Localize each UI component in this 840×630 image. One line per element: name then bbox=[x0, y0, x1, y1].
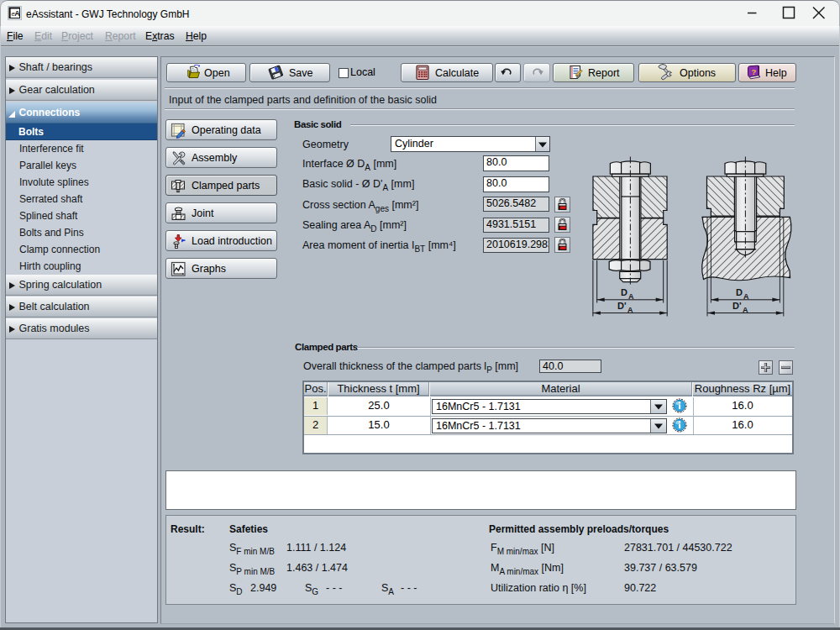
svg-text:A: A bbox=[743, 292, 749, 301]
svg-text:A: A bbox=[628, 292, 634, 301]
svg-text:?: ? bbox=[752, 67, 757, 76]
svg-text:D: D bbox=[736, 287, 743, 297]
svg-text:D: D bbox=[621, 287, 627, 297]
svg-text:A: A bbox=[14, 9, 20, 18]
svg-text:A: A bbox=[627, 306, 633, 314]
svg-text:A: A bbox=[743, 306, 748, 314]
svg-text:D': D' bbox=[617, 301, 627, 311]
svg-text:D': D' bbox=[732, 301, 742, 311]
